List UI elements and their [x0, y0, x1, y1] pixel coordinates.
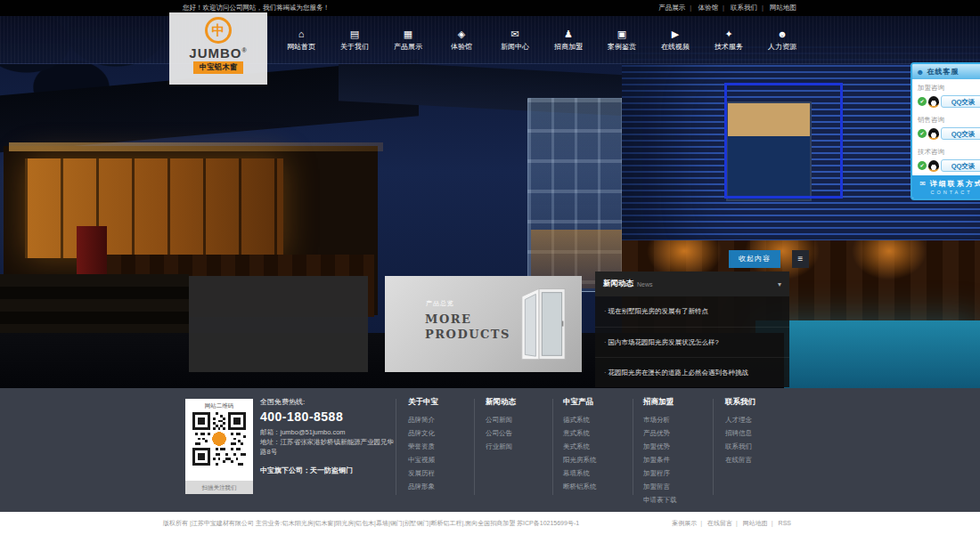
nav-item-video[interactable]: ▶ 在线视频 — [657, 29, 693, 52]
collapse-caret-icon[interactable]: ▾ — [778, 280, 781, 288]
top-link-experience[interactable]: 体验馆 — [698, 4, 728, 12]
footer-link[interactable]: 行业新闻 — [486, 440, 516, 453]
footer-link[interactable]: 荣誉资质 — [408, 440, 438, 453]
nav-item-join[interactable]: ♟ 招商加盟 — [551, 29, 586, 52]
logo-brand-text: JUMBO — [189, 45, 241, 61]
service-panel-header: ☻ 在线客服 × — [912, 64, 980, 79]
online-service-panel: ☻ 在线客服 × 加盟咨询 ✔ QQ交谈 销售咨询 ✔ QQ交谈 技术咨询 ✔ … — [911, 62, 980, 200]
news-item[interactable]: 花园阳光房在漫长的道路上必然会遇到各种挑战 — [595, 357, 789, 387]
footer-link[interactable]: 申请表下载 — [643, 493, 677, 507]
qq-chat-button[interactable]: QQ交谈 — [941, 95, 980, 108]
nav-item-cases[interactable]: ▣ 案例鉴赏 — [604, 29, 640, 52]
nav-label: 体验馆 — [451, 42, 472, 52]
footer-link[interactable]: 产品优势 — [643, 426, 677, 440]
products-grid-icon: ▦ — [404, 29, 412, 39]
nav-item-tech[interactable]: ✦ 技术服务 — [711, 29, 747, 52]
footer-link[interactable]: 品牌文化 — [408, 426, 438, 440]
more-products-title: MORE PRODUCTS — [425, 312, 510, 342]
qr-bottom-label: 扫描关注我们 — [185, 481, 253, 494]
bottom-link-cases[interactable]: 案例展示 — [672, 520, 706, 526]
service-row: ✔ QQ交谈 — [918, 95, 980, 108]
footer-column-join: 招商加盟 市场分析 产品优势 加盟优势 加盟条件 加盟程序 加盟留言 申请表下载 — [643, 397, 677, 507]
more-products-box[interactable]: 产品总览 MORE PRODUCTS — [385, 276, 582, 372]
footer-link[interactable]: 德式系统 — [563, 413, 597, 426]
top-link-products[interactable]: 产品展示 — [658, 4, 696, 12]
contact-email: 邮箱：jumbo@51jumbo.com — [260, 427, 399, 437]
qq-penguin-icon — [928, 160, 939, 172]
online-check-icon: ✔ — [918, 161, 927, 170]
nav-label: 关于我们 — [340, 42, 369, 52]
qq-chat-button[interactable]: QQ交谈 — [941, 159, 980, 172]
footer-link[interactable]: 阳光房系统 — [563, 453, 597, 466]
contact-details-sub: CONTACT — [930, 190, 972, 195]
contact-address: 地址：江苏省张家港妙桥镇新能源产业园兄华路8号 — [260, 437, 399, 457]
collapse-content-button[interactable]: 收起内容 — [729, 250, 780, 268]
bottom-link-sitemap[interactable]: 网站地图 — [743, 520, 777, 526]
nav-item-experience[interactable]: ◈ 体验馆 — [444, 29, 479, 52]
footer-link[interactable]: 人才理念 — [725, 413, 755, 426]
bottom-link-message[interactable]: 在线留言 — [707, 520, 741, 526]
nav-item-products[interactable]: ▦ 产品展示 — [390, 29, 426, 52]
footer-divider — [474, 399, 475, 495]
contact-details-button[interactable]: ✉详细联系方式 CONTACT — [912, 175, 980, 199]
nav-item-news[interactable]: ✉ 新闻中心 — [497, 29, 533, 52]
footer-link[interactable]: 意式系统 — [563, 426, 597, 440]
footer-link[interactable]: 品牌简介 — [408, 413, 438, 426]
hr-person-icon: ☻ — [777, 29, 788, 39]
chat-bubbles-icon: ✉ — [919, 180, 927, 188]
company-logo[interactable]: 中 JUMBO® 中宝铝木窗 — [169, 12, 267, 85]
footer-divider — [552, 399, 553, 495]
top-link-sitemap[interactable]: 网站地图 — [770, 4, 796, 12]
footer-link[interactable]: 美式系统 — [563, 440, 597, 453]
footer-divider — [713, 399, 714, 495]
top-link-contact[interactable]: 联系我们 — [731, 4, 768, 12]
footer-link[interactable]: 发展历程 — [408, 466, 438, 480]
news-item[interactable]: 现在别墅阳光房的发展有了新特点 — [595, 296, 789, 327]
qq-penguin-icon — [928, 96, 939, 108]
footer-column-title: 关于中宝 — [408, 397, 438, 408]
service-group-label: 加盟咨询 — [918, 84, 980, 93]
nav-label: 技术服务 — [715, 42, 743, 52]
bottom-link-rss[interactable]: RSS — [779, 520, 791, 526]
footer-link[interactable]: 加盟留言 — [643, 480, 677, 493]
qr-block: 网站二维码 — [185, 399, 253, 494]
news-panel: 新闻动态 News ▾ 现在别墅阳光房的发展有了新特点 国内市场花园阳光房发展状… — [595, 272, 789, 387]
footer-link[interactable]: 在线留言 — [725, 453, 755, 466]
footer-link[interactable]: 加盟程序 — [643, 466, 677, 480]
footer-link[interactable]: 品牌形象 — [408, 480, 438, 493]
footer-column-title: 招商加盟 — [643, 397, 677, 408]
banner-dark-box[interactable] — [189, 276, 368, 372]
nav-item-about[interactable]: ▤ 关于我们 — [337, 29, 372, 52]
footer-link[interactable]: 加盟优势 — [643, 440, 677, 453]
news-item[interactable]: 国内市场花园阳光房发展状况怎么样? — [595, 327, 789, 357]
subsidiary-line: 中宝旗下公司：天一防盗铜门 — [260, 466, 399, 475]
nav-label: 网站首页 — [287, 42, 315, 52]
news-list: 现在别墅阳光房的发展有了新特点 国内市场花园阳光房发展状况怎么样? 花园阳光房在… — [595, 296, 789, 387]
news-subtitle: News — [637, 281, 653, 288]
footer-link[interactable]: 幕墙系统 — [563, 466, 597, 480]
panel-toggle-icon[interactable]: ≡ — [792, 250, 809, 268]
footer-link[interactable]: 公司公告 — [486, 426, 516, 440]
footer-link[interactable]: 加盟条件 — [643, 453, 677, 466]
qq-chat-button[interactable]: QQ交谈 — [941, 127, 980, 140]
nav-item-hr[interactable]: ☻ 人力资源 — [764, 29, 800, 52]
service-group-label: 销售咨询 — [918, 116, 980, 125]
footer-link[interactable]: 招聘信息 — [725, 426, 755, 440]
copyright-text: 版权所有 |江苏中宝建材有限公司 主营业务:铝木阳光房|铝木窗|阳光房|铝包木|… — [163, 512, 579, 535]
join-user-plus-icon: ♟ — [564, 29, 573, 39]
footer-link[interactable]: 联系我们 — [725, 440, 755, 453]
footer-link[interactable]: 断桥铝系统 — [563, 480, 597, 493]
footer-link[interactable]: 市场分析 — [643, 413, 677, 426]
nav-label: 在线视频 — [661, 42, 690, 52]
service-group-label: 技术咨询 — [918, 148, 980, 157]
footer-divider — [633, 399, 633, 495]
footer-divider — [396, 399, 396, 495]
hotline-label: 全国免费热线: — [260, 397, 399, 407]
news-title: 新闻动态 — [603, 279, 633, 289]
home-icon: ⌂ — [298, 29, 305, 39]
nav-label: 新闻中心 — [501, 42, 529, 52]
nav-item-home[interactable]: ⌂ 网站首页 — [283, 29, 319, 52]
footer-link[interactable]: 公司新闻 — [486, 413, 516, 426]
footer-link[interactable]: 中宝视频 — [408, 453, 438, 466]
hero-eave-glow — [9, 142, 383, 151]
